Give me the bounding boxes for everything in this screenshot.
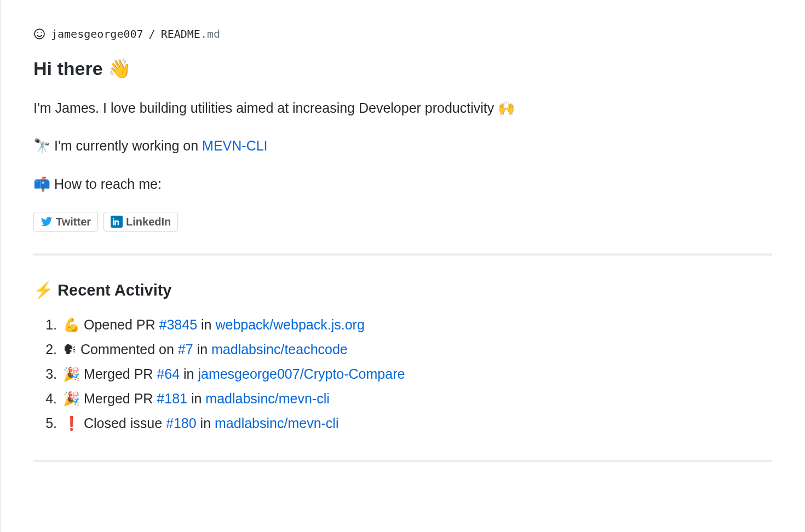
activity-repo-link[interactable]: madlabsinc/teachcode bbox=[211, 342, 348, 357]
recent-activity-list: 💪 Opened PR #3845 in webpack/webpack.js.… bbox=[33, 313, 772, 436]
breadcrumb-separator: / bbox=[149, 27, 156, 41]
svg-point-1 bbox=[37, 32, 38, 33]
breadcrumb: jamesgeorge007 / README.md bbox=[33, 27, 772, 41]
list-item: ❗️ Closed issue #180 in madlabsinc/mevn-… bbox=[61, 411, 772, 436]
intro-text: I'm James. I love building utilities aim… bbox=[33, 98, 772, 119]
activity-mid: in bbox=[180, 366, 198, 381]
activity-ref-link[interactable]: #64 bbox=[157, 366, 180, 381]
smiley-icon bbox=[33, 28, 45, 40]
activity-mid: in bbox=[193, 342, 211, 357]
svg-point-2 bbox=[41, 32, 42, 33]
twitter-badge[interactable]: Twitter bbox=[33, 212, 98, 232]
breadcrumb-owner: jamesgeorge007 bbox=[51, 27, 143, 41]
activity-emoji: 🗣 bbox=[63, 342, 77, 357]
activity-ref-link[interactable]: #3845 bbox=[159, 317, 198, 332]
twitter-badge-label: Twitter bbox=[56, 216, 91, 227]
activity-emoji: 🎉 bbox=[63, 366, 80, 381]
page-title: Hi there 👋 bbox=[33, 57, 772, 80]
activity-prefix: Merged PR bbox=[80, 366, 157, 381]
linkedin-badge-label: LinkedIn bbox=[126, 216, 171, 227]
activity-ref-link[interactable]: #181 bbox=[157, 391, 187, 406]
breadcrumb-filename: README.md bbox=[161, 27, 220, 41]
social-badges: Twitter LinkedIn bbox=[33, 212, 772, 232]
working-prefix: 🔭 I'm currently working on bbox=[33, 138, 202, 153]
list-item: 🎉 Merged PR #64 in jamesgeorge007/Crypto… bbox=[61, 362, 772, 386]
linkedin-badge[interactable]: LinkedIn bbox=[104, 212, 178, 232]
activity-repo-link[interactable]: jamesgeorge007/Crypto-Compare bbox=[198, 366, 405, 381]
activity-repo-link[interactable]: madlabsinc/mevn-cli bbox=[215, 415, 338, 431]
breadcrumb-filename-base: README bbox=[161, 27, 200, 41]
list-item: 💪 Opened PR #3845 in webpack/webpack.js.… bbox=[61, 313, 772, 337]
recent-activity-heading: ⚡ Recent Activity bbox=[33, 281, 772, 299]
svg-rect-3 bbox=[111, 216, 123, 228]
activity-mid: in bbox=[187, 391, 205, 406]
activity-repo-link[interactable]: madlabsinc/mevn-cli bbox=[205, 391, 329, 406]
reach-me-text: 📫 How to reach me: bbox=[33, 174, 772, 195]
activity-repo-link[interactable]: webpack/webpack.js.org bbox=[215, 317, 364, 332]
activity-prefix: Closed issue bbox=[80, 415, 166, 431]
list-item: 🎉 Merged PR #181 in madlabsinc/mevn-cli bbox=[61, 386, 772, 411]
activity-emoji: 💪 bbox=[63, 317, 80, 332]
currently-working-on: 🔭 I'm currently working on MEVN-CLI bbox=[33, 136, 772, 157]
divider bbox=[33, 253, 772, 256]
linkedin-icon bbox=[111, 216, 123, 228]
twitter-icon bbox=[41, 216, 53, 228]
activity-ref-link[interactable]: #180 bbox=[166, 415, 197, 431]
activity-prefix: Opened PR bbox=[80, 317, 159, 332]
activity-ref-link[interactable]: #7 bbox=[178, 342, 193, 357]
divider bbox=[33, 460, 772, 462]
breadcrumb-filename-ext: .md bbox=[200, 27, 220, 41]
activity-emoji: ❗️ bbox=[63, 415, 80, 431]
working-project-link[interactable]: MEVN-CLI bbox=[202, 138, 267, 153]
activity-emoji: 🎉 bbox=[63, 391, 80, 406]
svg-point-0 bbox=[34, 29, 44, 39]
activity-mid: in bbox=[197, 317, 215, 332]
list-item: 🗣 Commented on #7 in madlabsinc/teachcod… bbox=[61, 337, 772, 362]
activity-prefix: Commented on bbox=[77, 342, 178, 357]
readme-card: jamesgeorge007 / README.md Hi there 👋 I'… bbox=[0, 0, 805, 532]
activity-mid: in bbox=[197, 415, 215, 431]
activity-prefix: Merged PR bbox=[80, 391, 157, 406]
